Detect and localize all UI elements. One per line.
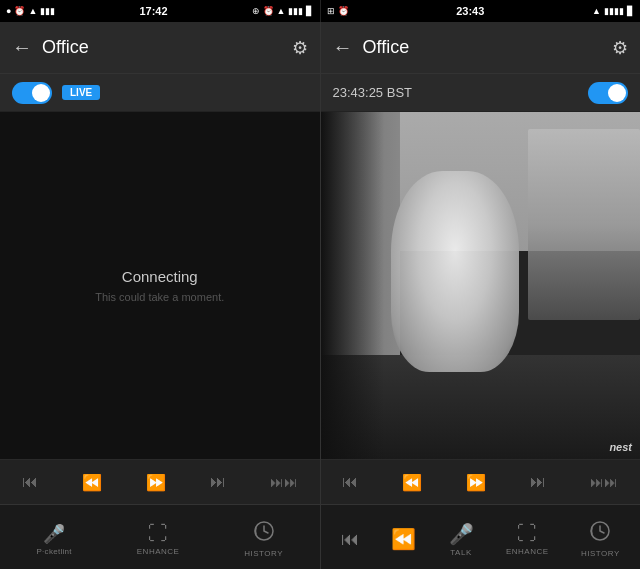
- enhance-label: ENHANCE: [137, 547, 180, 556]
- left-time: 17:42: [139, 5, 167, 17]
- right-skip-end-button[interactable]: ⏭: [530, 473, 546, 491]
- right-panel: ← Office ⚙ 23:43:25 BST: [321, 22, 641, 504]
- left-toggle-knob: [32, 84, 50, 102]
- right-ff-button[interactable]: ⏩: [466, 473, 486, 492]
- right-skip-end2-button[interactable]: ⏭⏭: [590, 474, 618, 490]
- left-history-tab[interactable]: HISTORY: [244, 520, 283, 558]
- right-camera-view: nest: [321, 112, 641, 459]
- bars-icon: ▮▮▮: [288, 6, 303, 16]
- main-panels: ← Office ⚙ LIVE Connecting This could ta…: [0, 22, 640, 569]
- wifi-icon: ▲: [277, 6, 286, 16]
- left-status-bar: ● ⏰ ▲ ▮▮▮ 17:42 ⊕ ⏰ ▲ ▮▮▮ ▊: [0, 0, 321, 22]
- right-status-icons-left: ⊞ ⏰: [327, 6, 349, 16]
- right-tab-skipback[interactable]: ⏮: [341, 529, 359, 550]
- left-tab-section: 🎤 P·cketlint ⛶ ENHANCE: [0, 505, 321, 569]
- rewind-icon: ⏪: [391, 527, 416, 551]
- talk-label: TALK: [450, 548, 471, 557]
- target-icon: ⊕: [252, 6, 260, 16]
- left-ff-button[interactable]: ⏩: [146, 473, 166, 492]
- right-enhance-tab[interactable]: ⛶ ENHANCE: [506, 522, 549, 556]
- battery2-icon: ▊: [627, 6, 634, 16]
- right-status-icons-right: ▲ ▮▮▮▮ ▊: [592, 6, 634, 16]
- bars2-icon: ▮▮▮▮: [604, 6, 624, 16]
- enhance-right-label: ENHANCE: [506, 547, 549, 556]
- connecting-subtitle: This could take a moment.: [95, 291, 224, 303]
- history-right-icon: [589, 520, 611, 547]
- left-right-icons: ⊕ ⏰ ▲ ▮▮▮ ▊: [252, 6, 314, 16]
- left-skip-start-button[interactable]: ⏮: [22, 473, 38, 491]
- right-panel-title: Office: [363, 37, 603, 58]
- right-toggle[interactable]: [588, 82, 628, 104]
- panels-row: ← Office ⚙ LIVE Connecting This could ta…: [0, 22, 640, 504]
- battery-left-icon: ▮▮▮: [40, 6, 55, 16]
- signal-icon: ▲: [28, 6, 37, 16]
- signal2-icon: ▲: [592, 6, 601, 16]
- right-settings-button[interactable]: ⚙: [612, 37, 628, 59]
- skipback-icon: ⏮: [341, 529, 359, 550]
- tab-bar: 🎤 P·cketlint ⛶ ENHANCE: [0, 504, 640, 569]
- app-container: ● ⏰ ▲ ▮▮▮ 17:42 ⊕ ⏰ ▲ ▮▮▮ ▊ ⊞ ⏰ 23:43 ▲: [0, 0, 640, 569]
- left-enhance-tab[interactable]: ⛶ ENHANCE: [137, 522, 180, 556]
- alarm3-icon: ⏰: [338, 6, 349, 16]
- right-tab-section: ⏮ ⏪ 🎤 TALK ⛶ ENHANCE: [321, 505, 641, 569]
- nest-watermark: nest: [609, 441, 632, 453]
- status-bars: ● ⏰ ▲ ▮▮▮ 17:42 ⊕ ⏰ ▲ ▮▮▮ ▊ ⊞ ⏰ 23:43 ▲: [0, 0, 640, 22]
- right-history-tab[interactable]: HISTORY: [581, 520, 620, 558]
- alarm-icon: ⏰: [14, 6, 25, 16]
- room-dark-left: [321, 112, 385, 459]
- room-wardrobe: [528, 129, 640, 320]
- right-status-bar: ⊞ ⏰ 23:43 ▲ ▮▮▮▮ ▊: [321, 0, 641, 22]
- history-right-label: HISTORY: [581, 549, 620, 558]
- enhance-icon: ⛶: [148, 522, 168, 545]
- right-controls-bar: ⏮ ⏪ ⏩ ⏭ ⏭⏭: [321, 459, 641, 504]
- history-left-label: HISTORY: [244, 549, 283, 558]
- left-camera-view: Connecting This could take a moment.: [0, 112, 320, 459]
- left-back-button[interactable]: ←: [12, 36, 32, 59]
- right-toggle-knob: [608, 84, 626, 102]
- battery-icon: ▊: [306, 6, 313, 16]
- connecting-message: Connecting This could take a moment.: [95, 268, 224, 303]
- brand-label: P·cketlint: [36, 547, 71, 556]
- right-panel-header: ← Office ⚙: [321, 22, 641, 74]
- live-badge: LIVE: [62, 85, 100, 100]
- talk-tab[interactable]: 🎤 TALK: [449, 522, 474, 557]
- left-toggle[interactable]: [12, 82, 52, 104]
- left-skip-end-button[interactable]: ⏭: [210, 473, 226, 491]
- right-tab-rewind[interactable]: ⏪: [391, 527, 416, 551]
- microphone-brand-icon: 🎤: [43, 523, 65, 545]
- enhance-right-icon: ⛶: [517, 522, 537, 545]
- connecting-title: Connecting: [95, 268, 224, 285]
- left-panel-title: Office: [42, 37, 282, 58]
- right-timestamp: 23:43:25 BST: [333, 85, 579, 100]
- left-panel-subheader: LIVE: [0, 74, 320, 112]
- right-back-button[interactable]: ←: [333, 36, 353, 59]
- notification-icon: ●: [6, 6, 11, 16]
- room-figure: [391, 171, 519, 372]
- left-skip-end2-button[interactable]: ⏭⏭: [270, 474, 298, 490]
- left-panel-header: ← Office ⚙: [0, 22, 320, 74]
- left-status-icons: ● ⏰ ▲ ▮▮▮: [6, 6, 55, 16]
- history-left-icon: [253, 520, 275, 547]
- vol-icon: ⊞: [327, 6, 335, 16]
- left-controls-bar: ⏮ ⏪ ⏩ ⏭ ⏭⏭: [0, 459, 320, 504]
- right-time: 23:43: [456, 5, 484, 17]
- left-settings-button[interactable]: ⚙: [292, 37, 308, 59]
- right-rewind-button[interactable]: ⏪: [402, 473, 422, 492]
- right-panel-subheader: 23:43:25 BST: [321, 74, 641, 112]
- alarm2-icon: ⏰: [263, 6, 274, 16]
- right-skip-start-button[interactable]: ⏮: [342, 473, 358, 491]
- talk-icon: 🎤: [449, 522, 474, 546]
- left-rewind-button[interactable]: ⏪: [82, 473, 102, 492]
- left-panel: ← Office ⚙ LIVE Connecting This could ta…: [0, 22, 321, 504]
- brand-tab-item[interactable]: 🎤 P·cketlint: [36, 523, 71, 556]
